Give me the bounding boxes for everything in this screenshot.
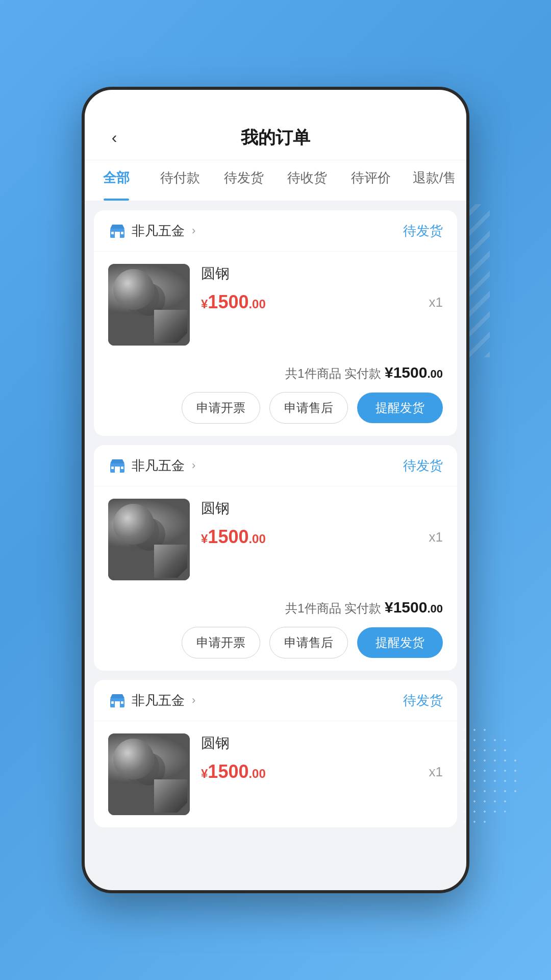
product-row-3: 圆钢 ¥ 1500 .00 x1: [94, 721, 457, 827]
product-name-3: 圆钢: [201, 733, 443, 753]
order-summary-2: 共1件商品 实付款 ¥1500.00: [108, 593, 443, 627]
order-actions-2: 申请开票 申请售后 提醒发货: [108, 627, 443, 658]
shop-arrow-2: ›: [192, 459, 195, 472]
product-price-1: ¥ 1500 .00: [201, 291, 266, 313]
product-name-2: 圆钢: [201, 499, 443, 518]
phone-frame: ‹ 我的订单 全部 待付款 待发货 待收货 待评价 退款/售: [82, 87, 469, 893]
tab-bar: 全部 待付款 待发货 待收货 待评价 退款/售: [85, 160, 466, 201]
order-header-2: 非凡五金 › 待发货: [94, 445, 457, 486]
order-header-1: 非凡五金 › 待发货: [94, 210, 457, 252]
svg-rect-3: [121, 232, 123, 234]
price-symbol-2: ¥: [201, 532, 208, 546]
price-symbol-3: ¥: [201, 767, 208, 781]
tab-all[interactable]: 全部: [85, 160, 148, 201]
product-qty-2: x1: [429, 529, 443, 545]
svg-rect-10: [111, 701, 114, 704]
order-actions-1: 申请开票 申请售后 提醒发货: [108, 392, 443, 424]
summary-amount-1: ¥1500.00: [385, 364, 443, 381]
shop-info-2[interactable]: 非凡五金 ›: [108, 456, 195, 475]
order-card-2: 非凡五金 › 待发货 圆钢 ¥ 1500 .00: [94, 445, 457, 671]
tab-pending-ship[interactable]: 待发货: [212, 160, 276, 201]
status-bar: [85, 90, 466, 115]
product-row-2: 圆钢 ¥ 1500 .00 x1: [94, 486, 457, 593]
tab-pending-pay[interactable]: 待付款: [148, 160, 212, 201]
invoice-btn-1[interactable]: 申请开票: [182, 392, 260, 424]
order-status-1: 待发货: [403, 222, 443, 240]
product-row-1: 圆钢 ¥ 1500 .00 x1: [94, 252, 457, 358]
shop-info-1[interactable]: 非凡五金 ›: [108, 222, 195, 240]
order-status-2: 待发货: [403, 457, 443, 475]
aftersale-btn-1[interactable]: 申请售后: [269, 392, 348, 424]
order-summary-1: 共1件商品 实付款 ¥1500.00: [108, 358, 443, 392]
order-footer-2: 共1件商品 实付款 ¥1500.00 申请开票 申请售后 提醒发货: [94, 593, 457, 671]
product-price-row-3: ¥ 1500 .00 x1: [201, 761, 443, 782]
tab-pending-review[interactable]: 待评价: [339, 160, 403, 201]
summary-amount-2: ¥1500.00: [385, 599, 443, 616]
svg-rect-5: [115, 467, 120, 473]
product-price-row-1: ¥ 1500 .00 x1: [201, 291, 443, 313]
shop-icon-2: [108, 456, 127, 475]
header: ‹ 我的订单: [85, 115, 466, 160]
page-title: 我的订单: [241, 126, 310, 150]
product-price-3: ¥ 1500 .00: [201, 761, 266, 782]
shop-icon-1: [108, 222, 127, 240]
product-name-1: 圆钢: [201, 264, 443, 283]
product-image-1: [108, 264, 190, 346]
price-main-2: 1500: [208, 526, 248, 548]
tab-pending-receive[interactable]: 待收货: [276, 160, 339, 201]
svg-rect-11: [121, 701, 123, 704]
shop-name-3: 非凡五金: [132, 692, 185, 709]
ship-btn-1[interactable]: 提醒发货: [357, 393, 443, 423]
order-status-3: 待发货: [403, 692, 443, 709]
price-symbol-1: ¥: [201, 297, 208, 311]
order-card-1: 非凡五金 › 待发货 圆钢 ¥ 1500 .00: [94, 210, 457, 436]
product-image-3: [108, 733, 190, 815]
product-price-row-2: ¥ 1500 .00 x1: [201, 526, 443, 548]
svg-rect-9: [115, 701, 120, 707]
product-qty-1: x1: [429, 295, 443, 310]
product-qty-3: x1: [429, 764, 443, 780]
invoice-btn-2[interactable]: 申请开票: [182, 627, 260, 658]
svg-rect-6: [111, 467, 114, 469]
svg-rect-2: [111, 232, 114, 234]
shop-arrow-1: ›: [192, 224, 195, 237]
product-info-3: 圆钢 ¥ 1500 .00 x1: [201, 733, 443, 782]
svg-rect-1: [115, 232, 120, 238]
product-image-2: [108, 499, 190, 580]
ship-btn-2[interactable]: 提醒发货: [357, 627, 443, 658]
price-decimal-2: .00: [248, 532, 265, 546]
order-card-3: 非凡五金 › 待发货 圆钢 ¥ 1500 .00: [94, 680, 457, 827]
shop-icon-3: [108, 691, 127, 709]
product-info-1: 圆钢 ¥ 1500 .00 x1: [201, 264, 443, 313]
order-list: 非凡五金 › 待发货 圆钢 ¥ 1500 .00: [85, 201, 466, 890]
price-decimal-3: .00: [248, 767, 265, 781]
shop-name-1: 非凡五金: [132, 222, 185, 240]
order-footer-1: 共1件商品 实付款 ¥1500.00 申请开票 申请售后 提醒发货: [94, 358, 457, 436]
shop-arrow-3: ›: [192, 694, 195, 707]
tab-refund[interactable]: 退款/售: [403, 160, 466, 201]
price-decimal-1: .00: [248, 297, 265, 311]
price-main-1: 1500: [208, 291, 248, 313]
price-main-3: 1500: [208, 761, 248, 782]
aftersale-btn-2[interactable]: 申请售后: [269, 627, 348, 658]
shop-name-2: 非凡五金: [132, 457, 185, 475]
order-header-3: 非凡五金 › 待发货: [94, 680, 457, 721]
product-price-2: ¥ 1500 .00: [201, 526, 266, 548]
back-button[interactable]: ‹: [99, 122, 130, 153]
svg-rect-7: [121, 467, 123, 469]
product-info-2: 圆钢 ¥ 1500 .00 x1: [201, 499, 443, 548]
shop-info-3[interactable]: 非凡五金 ›: [108, 691, 195, 709]
